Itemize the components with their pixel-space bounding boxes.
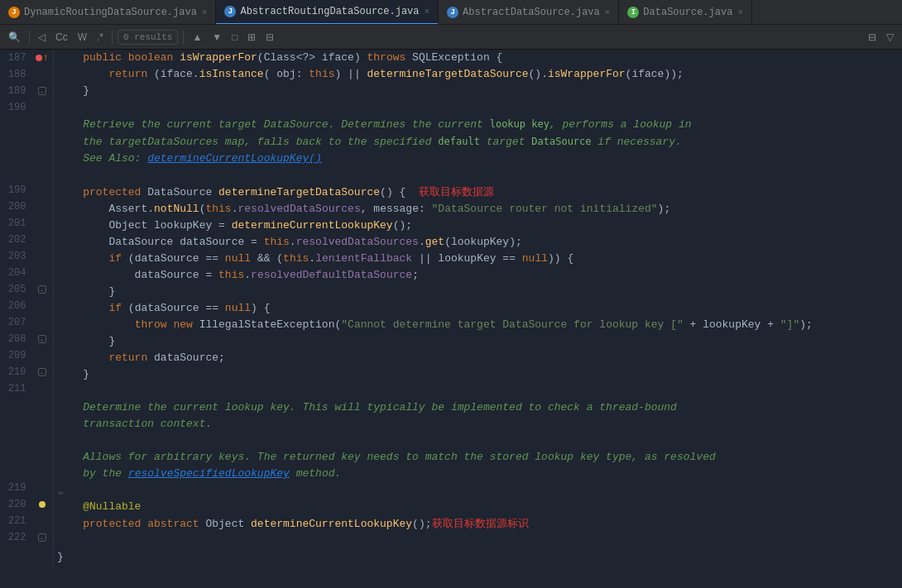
code-line-209: return dataSource; xyxy=(57,350,902,366)
code-line-202: DataSource dataSource = this.resolvedDat… xyxy=(57,234,902,251)
gutter-row-doc6 xyxy=(0,414,53,430)
line-number-gutter: 187 ! 188 189 - 190 xyxy=(0,50,54,566)
code-line-206: if (dataSource == null) { xyxy=(57,300,902,317)
tab-label: DynamicRoutingDataSource.java xyxy=(24,7,197,18)
tab-label: AbstractDataSource.java xyxy=(463,7,600,18)
gutter-row-203: 203 xyxy=(0,248,53,265)
gutter-row-210: 210 - xyxy=(0,364,53,380)
line-num-200: 200 xyxy=(0,201,31,213)
code-line-199: protected DataSource determineTargetData… xyxy=(57,184,902,201)
tab-close-btn[interactable]: × xyxy=(425,7,430,17)
code-line-189: } xyxy=(57,83,902,99)
editor-inner: 187 ! 188 189 - 190 xyxy=(0,50,902,566)
gutter-row-199: 199 xyxy=(0,182,53,198)
java-file-icon: J xyxy=(8,7,20,18)
fold-222[interactable]: - xyxy=(38,533,46,542)
options2-btn[interactable]: ⊟ xyxy=(262,30,277,45)
tab-datasource[interactable]: I DataSource.java × xyxy=(619,0,752,25)
line-num-189: 189 xyxy=(0,85,31,97)
fold-189[interactable]: - xyxy=(38,87,46,95)
regex-btn[interactable]: .* xyxy=(94,30,107,45)
java-file-icon: J xyxy=(224,6,236,17)
gutter-row-doc2 xyxy=(0,132,53,149)
gutter-row-doc7 xyxy=(0,430,53,447)
line-num-205: 205 xyxy=(0,284,31,295)
gutter-row-doc9 xyxy=(0,463,53,480)
gutter-row-187: 187 ! xyxy=(0,50,53,66)
search-icon-btn[interactable]: 🔍 xyxy=(5,30,24,45)
options-btn[interactable]: ⊞ xyxy=(244,30,259,45)
gutter-row-219: 219 xyxy=(0,480,53,496)
warning-187: ! xyxy=(43,54,48,63)
case-sensitive-btn[interactable]: Cc xyxy=(52,30,71,45)
breakpoint-187[interactable] xyxy=(36,55,42,61)
gutter-row-doc4 xyxy=(0,165,53,182)
code-line-219: @Nullable xyxy=(57,499,902,515)
fold-205[interactable]: - xyxy=(38,285,46,294)
code-line-221 xyxy=(57,533,902,549)
tab-close-btn[interactable]: × xyxy=(202,7,208,17)
line-num-220: 220 xyxy=(0,499,31,510)
gutter-row-220: 220 xyxy=(0,496,53,513)
code-line-204: dataSource = this.resolvedDefaultDataSou… xyxy=(57,267,902,284)
tab-close-btn[interactable]: × xyxy=(605,7,611,17)
line-num-210: 210 xyxy=(0,366,31,378)
toolbar: 🔍 ◁ Cc W .* 0 results ▲ ▼ □ ⊞ ⊟ ⊟ ▽ xyxy=(0,25,902,50)
tab-abstract-datasource[interactable]: J AbstractDataSource.java × xyxy=(439,0,619,25)
javadoc2-spacer2 xyxy=(57,482,902,499)
code-content-area: public boolean isWrapperFor(Class<?> ifa… xyxy=(54,50,902,566)
gutter-row-205: 205 - xyxy=(0,281,53,298)
code-line-200: Assert.notNull(this.resolvedDataSources,… xyxy=(57,201,902,218)
javadoc2-line2: transaction context. xyxy=(57,416,902,433)
code-line-222: } xyxy=(57,549,902,566)
gutter-icon-208: - xyxy=(31,335,53,343)
expand-btn[interactable]: □ xyxy=(228,30,241,45)
code-line-207: throw new IllegalStateException("Cannot … xyxy=(57,317,902,333)
tab-abstract-routing[interactable]: J AbstractRoutingDataSource.java × xyxy=(216,0,439,25)
gutter-row-doc8 xyxy=(0,447,53,463)
layout-btn[interactable]: ⊟ xyxy=(865,30,880,45)
line-num-222: 222 xyxy=(0,532,31,543)
code-line-220: protected abstract Object determineCurre… xyxy=(57,515,902,533)
gutter-row-221: 221 xyxy=(0,513,53,529)
javadoc-line2: the targetDataSources map, falls back to… xyxy=(57,133,902,151)
prev-result-btn[interactable]: ▲ xyxy=(189,30,205,45)
code-line-188: return (iface.isInstance( obj: this) || … xyxy=(57,66,902,83)
line-num-221: 221 xyxy=(0,515,31,527)
gutter-row-201: 201 xyxy=(0,215,53,232)
tab-close-btn[interactable]: × xyxy=(737,7,743,17)
interface-file-icon: I xyxy=(627,7,639,18)
gutter-icon-220 xyxy=(31,501,53,508)
edit-icon[interactable]: ✏ xyxy=(54,480,69,504)
line-num-211: 211 xyxy=(0,383,31,394)
line-num-190: 190 xyxy=(0,102,31,113)
filter-btn[interactable]: ▽ xyxy=(883,30,897,45)
gutter-icon-222: - xyxy=(31,533,53,542)
gutter-row-206: 206 xyxy=(0,298,53,314)
gutter-row-222: 222 - xyxy=(0,529,53,546)
fold-210[interactable]: - xyxy=(38,368,46,376)
code-line-203: if (dataSource == null && (this.lenientF… xyxy=(57,251,902,267)
line-num-203: 203 xyxy=(0,251,31,262)
line-num-209: 209 xyxy=(0,350,31,361)
line-num-206: 206 xyxy=(0,300,31,312)
editor[interactable]: 187 ! 188 189 - 190 xyxy=(0,50,902,588)
line-num-219: 219 xyxy=(0,482,31,494)
gutter-row-188: 188 xyxy=(0,66,53,83)
gutter-icon-189: - xyxy=(31,87,53,95)
tab-dynamic-routing[interactable]: J DynamicRoutingDataSource.java × xyxy=(0,0,216,25)
gutter-row-204: 204 xyxy=(0,265,53,281)
navigate-back-btn[interactable]: ◁ xyxy=(35,30,49,45)
code-line-187: public boolean isWrapperFor(Class<?> ifa… xyxy=(57,50,902,66)
gutter-row-190: 190 xyxy=(0,99,53,116)
code-line-201: Object lookupKey = determineCurrentLooku… xyxy=(57,218,902,234)
fold-208[interactable]: - xyxy=(38,335,46,343)
javadoc2-line3: Allows for arbitrary keys. The returned … xyxy=(57,449,902,466)
gutter-icon-187: ! xyxy=(31,54,53,63)
warning-220[interactable] xyxy=(39,501,46,508)
next-result-btn[interactable]: ▼ xyxy=(209,30,225,45)
line-num-208: 208 xyxy=(0,333,31,345)
gutter-row-doc1 xyxy=(0,116,53,132)
word-btn[interactable]: W xyxy=(74,30,90,45)
line-num-201: 201 xyxy=(0,218,31,229)
